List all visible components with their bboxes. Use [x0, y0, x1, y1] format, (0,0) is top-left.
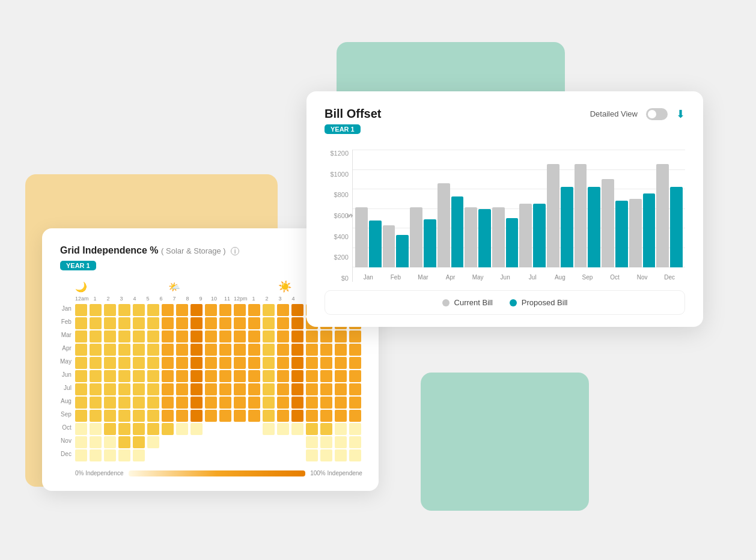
heatmap-cell — [335, 330, 347, 342]
heatmap-cell — [90, 423, 102, 435]
bar-group — [519, 204, 546, 267]
heatmap-grid — [75, 304, 362, 461]
heatmap-cell — [219, 423, 231, 435]
heatmap-cell — [75, 304, 87, 316]
heatmap-cell — [320, 423, 332, 435]
heatmap-cell — [118, 436, 130, 448]
heatmap-cell — [176, 344, 188, 356]
heatmap-cell — [191, 344, 203, 356]
bar-group — [437, 183, 464, 267]
heatmap-cell — [147, 397, 159, 409]
heatmap-cell — [291, 304, 303, 316]
x-axis-label: Jul — [519, 274, 546, 281]
x-axis-label: Jan — [355, 274, 382, 281]
current-bill-bar — [437, 183, 450, 267]
heatmap-cell — [176, 410, 188, 422]
heatmap-cell — [263, 344, 275, 356]
heatmap-cell — [248, 330, 260, 342]
y-label: Jul — [60, 381, 72, 394]
toggle-knob — [648, 110, 656, 118]
heatmap-x-label: 8 — [181, 296, 194, 302]
heatmap-cell — [133, 357, 145, 369]
heatmap-cell — [263, 383, 275, 395]
heatmap-cell — [335, 410, 347, 422]
heatmap-cell — [335, 397, 347, 409]
x-axis-label: Aug — [547, 274, 573, 281]
heatmap-cell — [335, 344, 347, 356]
heatmap-cell — [349, 357, 361, 369]
current-bill-bar — [465, 207, 477, 267]
heatmap-cell — [176, 357, 188, 369]
heatmap-cell — [90, 357, 102, 369]
heatmap-cell — [263, 449, 275, 461]
heatmap-cell — [162, 410, 174, 422]
heatmap-cell — [277, 344, 289, 356]
heatmap-cell — [205, 423, 217, 435]
heatmap-cell — [133, 330, 145, 342]
heatmap-cell — [263, 304, 275, 316]
heatmap-cell — [219, 397, 231, 409]
heatmap-cell — [219, 344, 231, 356]
current-bill-bar — [602, 179, 614, 267]
heatmap-cell — [75, 436, 87, 448]
grid-subtitle-text: ( Solar & Storage ) — [161, 246, 226, 255]
heatmap-cell — [104, 304, 116, 316]
heatmap-y-labels: Jan Feb Mar Apr May Jun Jul Aug Sep Oct … — [60, 280, 72, 460]
legend-0-label: 0% Independence — [75, 470, 124, 476]
heatmap-cell — [118, 397, 130, 409]
heatmap-cell — [176, 304, 188, 316]
heatmap-cell — [162, 449, 174, 461]
heatmap-cell — [349, 436, 361, 448]
heatmap-cell — [349, 370, 361, 382]
heatmap-cell — [219, 436, 231, 448]
bill-card-title: Bill Offset — [325, 107, 381, 121]
heatmap-cell — [320, 344, 332, 356]
heatmap-cell — [162, 370, 174, 382]
current-bill-bar — [410, 207, 422, 267]
proposed-bill-legend: Proposed Bill — [510, 298, 568, 307]
heatmap-cell — [263, 436, 275, 448]
heatmap-cell — [176, 397, 188, 409]
heatmap-x-label: 1 — [88, 296, 102, 302]
heatmap-cell — [320, 410, 332, 422]
heatmap-cell — [306, 383, 318, 395]
proposed-bill-bar — [451, 196, 464, 267]
heatmap-cell — [90, 344, 102, 356]
heatmap-cell — [219, 357, 231, 369]
heatmap-cell — [320, 330, 332, 342]
download-icon[interactable]: ⬇ — [676, 108, 685, 121]
heatmap-cell — [291, 449, 303, 461]
x-axis-label: Oct — [602, 274, 628, 281]
bill-year-badge: YEAR 1 — [325, 124, 361, 134]
info-icon[interactable]: i — [231, 247, 239, 255]
y-label: Jun — [60, 368, 72, 381]
heatmap-cell — [349, 344, 361, 356]
heatmap-cell — [263, 357, 275, 369]
grid-title-text: Grid Independence % — [60, 245, 159, 255]
heatmap-cell — [234, 370, 246, 382]
heatmap-cell — [205, 410, 217, 422]
heatmap-cell — [191, 410, 203, 422]
y-label: Nov — [60, 434, 72, 447]
heatmap-cell — [205, 370, 217, 382]
heatmap-cell — [147, 344, 159, 356]
heatmap-cell — [306, 423, 318, 435]
grid-year-badge: YEAR 1 — [60, 261, 96, 270]
y-label: Feb — [60, 315, 72, 328]
heatmap-cell — [291, 330, 303, 342]
heatmap-cell — [104, 410, 116, 422]
detailed-view-toggle[interactable] — [646, 108, 668, 120]
heatmap-cell — [75, 383, 87, 395]
heatmap-cell — [306, 397, 318, 409]
heatmap-cell — [277, 397, 289, 409]
heatmap-cell — [75, 449, 87, 461]
bar-group — [492, 207, 519, 267]
x-axis-label: Nov — [629, 274, 656, 281]
heatmap-cell — [306, 449, 318, 461]
heatmap-x-label: 4 — [128, 296, 141, 302]
current-bill-bar — [629, 199, 642, 267]
y-axis-tick: $400 — [325, 233, 349, 240]
heatmap-cell — [162, 304, 174, 316]
heatmap-cell — [75, 317, 87, 329]
heatmap-cell — [104, 317, 116, 329]
